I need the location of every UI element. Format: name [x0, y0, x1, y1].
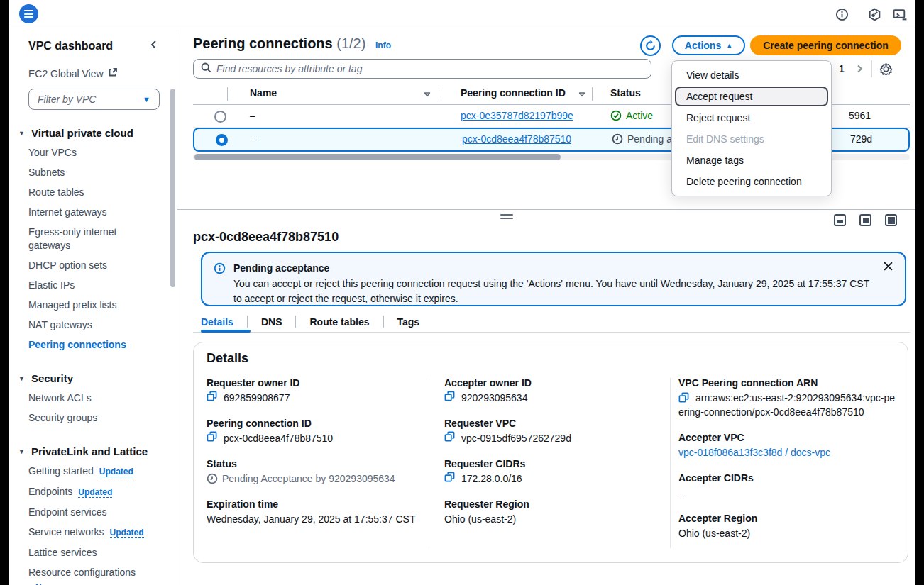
- accepter-vpc-link[interactable]: vpc-018f086a13f3c3f8d / docs-vpc: [678, 445, 830, 459]
- updated-badge: Updated: [78, 487, 112, 498]
- menu-item-edit-dns-settings: Edit DNS settings: [672, 128, 831, 150]
- field-expiration-time: Expiration time Wednesday, January 29, 2…: [207, 497, 419, 526]
- cloudshell-icon[interactable]: [892, 6, 908, 22]
- pending-acceptance-banner: Pending acceptance You can accept or rej…: [201, 252, 906, 306]
- split-panel-drag-handle[interactable]: [500, 214, 513, 221]
- pagination: 1: [836, 60, 893, 77]
- active-tab-indicator: [201, 330, 251, 333]
- copy-icon[interactable]: [444, 472, 455, 482]
- sidebar-item-managed-prefix-lists[interactable]: Managed prefix lists: [28, 296, 160, 316]
- field-value: Ohio (us-east-2): [678, 526, 750, 540]
- field-value: 920293095634: [461, 391, 527, 405]
- menu-item-manage-tags[interactable]: Manage tags: [672, 150, 831, 171]
- field-vpc-peering-connection-arn: VPC Peering connection ARN arn:aws:ec2:u…: [678, 376, 895, 419]
- panel-size-full-icon[interactable]: [885, 214, 897, 226]
- sort-icon[interactable]: [423, 89, 431, 101]
- caret-up-icon: ▲: [726, 42, 732, 49]
- clock-icon: [612, 133, 623, 145]
- sidebar-item-network-acls[interactable]: Network ACLs: [28, 389, 160, 408]
- field-value: Wednesday, January 29, 2025 at 17:55:37 …: [207, 512, 415, 526]
- assistant-hexagon-icon[interactable]: [867, 6, 882, 22]
- section-privatelink-and-lattice[interactable]: ▼ PrivateLink and Lattice: [18, 445, 160, 457]
- sidebar-item-internet-gateways[interactable]: Internet gateways: [28, 203, 160, 223]
- menu-item-accept-request[interactable]: Accept request: [675, 87, 828, 106]
- copy-icon[interactable]: [207, 391, 217, 401]
- field-value: 692859908677: [224, 391, 290, 405]
- search-input[interactable]: [216, 63, 644, 74]
- sidebar-item-dhcp-option-sets[interactable]: DHCP option sets: [28, 256, 160, 276]
- copy-icon[interactable]: [678, 392, 689, 403]
- field-value: Ohio (us-east-2): [444, 512, 516, 526]
- cell-name: –: [251, 133, 257, 145]
- create-peering-connection-button[interactable]: Create peering connection: [750, 35, 901, 55]
- section-virtual-private-cloud[interactable]: ▼ Virtual private cloud: [18, 127, 160, 139]
- refresh-button[interactable]: [640, 35, 661, 56]
- horizontal-scrollbar-thumb[interactable]: [194, 154, 561, 160]
- menu-item-view-details[interactable]: View details: [672, 65, 831, 86]
- sidebar-item-your-vpcs[interactable]: Your VPCs: [28, 143, 160, 163]
- sidebar-item-service-networks[interactable]: Service networksUpdated: [28, 523, 160, 543]
- filter-by-vpc-placeholder: Filter by VPC: [38, 94, 96, 105]
- hamburger-menu-icon[interactable]: [19, 4, 38, 23]
- sidebar-item-ec2-global-view[interactable]: EC2 Global View: [28, 67, 160, 79]
- sidebar-item-elastic-ips[interactable]: Elastic IPs: [28, 276, 160, 296]
- result-count: (1/2): [336, 35, 365, 51]
- page-number[interactable]: 1: [836, 63, 847, 74]
- sidebar-item-endpoint-services[interactable]: Endpoint services: [28, 503, 160, 523]
- tab-tags[interactable]: Tags: [384, 316, 434, 328]
- tab-details[interactable]: Details: [201, 316, 247, 328]
- sidebar-nav: VPC dashboard EC2 Global View Filter by …: [9, 29, 177, 585]
- close-icon[interactable]: [883, 261, 893, 274]
- section-caret-icon: ▼: [18, 448, 25, 455]
- menu-item-reject-request[interactable]: Reject request: [672, 107, 831, 128]
- panel-size-medium-icon[interactable]: [859, 214, 871, 226]
- next-page-icon[interactable]: [854, 64, 864, 74]
- field-value: arn:aws:ec2:us-east-2:920293095634:vpc-p…: [678, 392, 895, 418]
- sidebar-item-route-tables[interactable]: Route tables: [28, 183, 160, 203]
- actions-button[interactable]: Actions ▲: [672, 35, 745, 55]
- field-requester-cidrs: Requester CIDRs 172.28.0.0/16: [444, 457, 647, 486]
- detail-tabs: Details DNS Route tables Tags: [201, 312, 433, 331]
- sidebar-item-egress-only-internet-gateways[interactable]: Egress-only internet gateways: [28, 223, 142, 256]
- peering-connection-id-link[interactable]: pcx-0e35787d82197b99e: [461, 110, 573, 121]
- tab-route-tables[interactable]: Route tables: [296, 316, 383, 328]
- column-header-peering-connection-id[interactable]: Peering connection ID: [461, 87, 566, 99]
- peering-connection-id-link[interactable]: pcx-0cd8eea4f78b87510: [462, 133, 571, 145]
- filter-by-vpc-select[interactable]: Filter by VPC ▼: [28, 89, 160, 110]
- copy-icon[interactable]: [444, 391, 455, 401]
- row-radio-selected[interactable]: [216, 134, 228, 146]
- sidebar-item-resource-configurations[interactable]: Resource configurations New: [28, 563, 160, 585]
- status-cell: Active: [610, 110, 653, 121]
- chevron-down-icon: ▼: [143, 95, 150, 104]
- sidebar-item-subnets[interactable]: Subnets: [28, 163, 160, 183]
- sidebar-item-security-groups[interactable]: Security groups: [28, 408, 160, 428]
- field-accepter-owner-id: Accepter owner ID 920293095634: [444, 376, 647, 405]
- menu-item-delete-peering-connection[interactable]: Delete peering connection: [672, 171, 831, 192]
- sidebar-collapse-icon[interactable]: [148, 39, 160, 53]
- info-icon[interactable]: [834, 6, 849, 22]
- panel-size-small-icon[interactable]: [834, 214, 846, 226]
- sort-icon[interactable]: [578, 89, 586, 101]
- section-security[interactable]: ▼ Security: [18, 372, 160, 384]
- page-title: Peering connections (1/2) Info: [193, 35, 391, 52]
- sidebar-item-peering-connections[interactable]: Peering connections: [28, 335, 160, 355]
- sidebar-scrollbar[interactable]: [170, 89, 175, 287]
- row-radio[interactable]: [214, 111, 226, 123]
- sidebar-item-nat-gateways[interactable]: NAT gateways: [28, 316, 160, 335]
- sidebar-item-getting-started[interactable]: Getting startedUpdated: [28, 462, 160, 482]
- sidebar-title: VPC dashboard: [28, 40, 113, 52]
- main-content: Peering connections (1/2) Info Actions ▲…: [177, 29, 915, 585]
- info-link[interactable]: Info: [375, 40, 391, 50]
- updated-badge: Updated: [110, 528, 144, 538]
- column-header-name[interactable]: Name: [250, 87, 277, 99]
- details-card: Details Requester owner ID 692859908677 …: [193, 342, 908, 563]
- field-value: –: [678, 486, 684, 500]
- sidebar-item-endpoints[interactable]: EndpointsUpdated: [28, 482, 160, 503]
- copy-icon[interactable]: [207, 431, 217, 442]
- tab-dns[interactable]: DNS: [248, 316, 296, 328]
- sidebar-item-lattice-services[interactable]: Lattice services: [28, 543, 160, 563]
- copy-icon[interactable]: [444, 431, 455, 442]
- pagination-divider: [871, 60, 872, 77]
- preferences-gear-icon[interactable]: [879, 62, 893, 76]
- column-header-status[interactable]: Status: [610, 87, 641, 99]
